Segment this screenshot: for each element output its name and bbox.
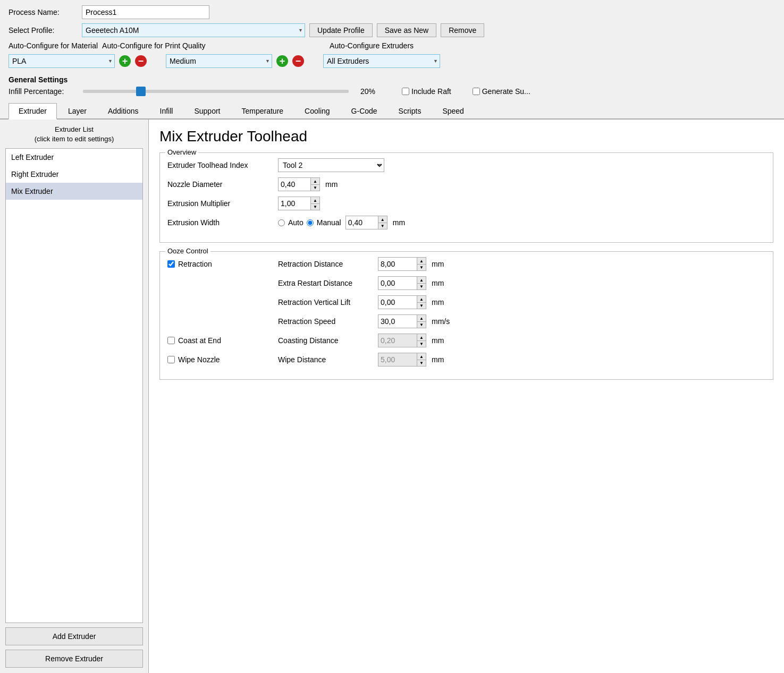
extruder-config-select[interactable]: All Extruders — [323, 54, 440, 68]
extra-restart-input[interactable] — [378, 277, 417, 289]
extrusion-width-radio-group: Auto Manual — [278, 218, 341, 227]
remove-material-button[interactable]: − — [135, 55, 147, 67]
tab-layer[interactable]: Layer — [58, 103, 97, 118]
multiplier-up-btn[interactable]: ▲ — [311, 197, 319, 203]
vert-lift-unit: mm — [432, 298, 444, 306]
profile-select-wrapper: Geeetech A10M — [82, 23, 305, 37]
extrusion-width-up-btn[interactable]: ▲ — [378, 216, 387, 223]
nozzle-diameter-input[interactable] — [279, 178, 310, 191]
material-select-wrapper: PLA — [9, 54, 115, 68]
toolhead-index-row: Extruder Toolhead Index Tool 2 — [167, 158, 765, 172]
nozzle-up-btn[interactable]: ▲ — [311, 178, 319, 184]
retraction-distance-spinbox: ▲ ▼ — [378, 257, 426, 271]
tab-speed[interactable]: Speed — [432, 103, 474, 118]
wipe-checkbox-label[interactable]: Wipe Nozzle — [167, 355, 274, 364]
tabs-bar: Extruder Layer Additions Infill Support … — [0, 103, 784, 120]
tab-temperature[interactable]: Temperature — [232, 103, 294, 118]
vert-lift-row: Retraction Vertical Lift ▲ ▼ mm — [167, 295, 765, 309]
vert-lift-spinbox: ▲ ▼ — [378, 295, 426, 309]
save-as-new-button[interactable]: Save as New — [377, 23, 436, 37]
wipe-checkbox[interactable] — [167, 356, 175, 363]
extrusion-width-manual-radio[interactable] — [307, 219, 314, 226]
quality-select-wrapper: Medium — [166, 54, 272, 68]
extrusion-width-input[interactable] — [346, 216, 378, 229]
infill-row: Infill Percentage: 20% Include Raft Gene… — [9, 87, 775, 96]
tab-support[interactable]: Support — [184, 103, 230, 118]
tab-additions[interactable]: Additions — [98, 103, 149, 118]
add-material-button[interactable]: + — [119, 55, 131, 67]
tab-gcode[interactable]: G-Code — [341, 103, 387, 118]
quality-select[interactable]: Medium — [166, 54, 272, 68]
extra-restart-label: Extra Restart Distance — [278, 279, 374, 287]
add-extruder-button[interactable]: Add Extruder — [5, 627, 143, 645]
extrusion-width-auto-label: Auto — [288, 218, 304, 227]
nozzle-diameter-spinbox: ▲ ▼ — [278, 177, 320, 191]
wipe-distance-spinbox: ▲ ▼ — [378, 353, 426, 367]
main-content: Extruder List (click item to edit settin… — [0, 120, 784, 673]
multiplier-down-btn[interactable]: ▼ — [311, 203, 319, 210]
include-raft-checkbox[interactable] — [402, 88, 409, 95]
retraction-checkbox[interactable] — [167, 260, 175, 268]
tab-cooling[interactable]: Cooling — [294, 103, 340, 118]
generate-support-checkbox[interactable] — [473, 88, 480, 95]
extrusion-multiplier-input[interactable] — [279, 197, 310, 210]
generate-support-label[interactable]: Generate Su... — [473, 87, 530, 96]
remove-extruder-button[interactable]: Remove Extruder — [5, 650, 143, 668]
coasting-distance-input[interactable] — [378, 334, 417, 347]
extrusion-multiplier-label: Extrusion Multiplier — [167, 199, 274, 208]
extra-restart-spinbox: ▲ ▼ — [378, 276, 426, 290]
wipe-distance-input[interactable] — [378, 353, 417, 366]
coasting-distance-down-btn[interactable]: ▼ — [417, 340, 426, 347]
retraction-checkbox-label[interactable]: Retraction — [167, 260, 274, 268]
extrusion-multiplier-row: Extrusion Multiplier ▲ ▼ — [167, 197, 765, 210]
retraction-speed-row: Retraction Speed ▲ ▼ mm/s — [167, 314, 765, 328]
retraction-speed-down-btn[interactable]: ▼ — [417, 321, 426, 328]
auto-quality-section: Auto-Configure for Print Quality — [102, 41, 325, 50]
extrusion-width-auto-radio[interactable] — [278, 219, 285, 226]
nozzle-unit: mm — [325, 180, 338, 189]
retraction-label: Retraction — [178, 260, 212, 268]
remove-button[interactable]: Remove — [441, 23, 484, 37]
extrusion-width-down-btn[interactable]: ▼ — [378, 223, 387, 229]
dropdowns-row: PLA + − Medium + − All Extruders — [9, 54, 775, 68]
retraction-row: Retraction Retraction Distance ▲ ▼ mm — [167, 257, 765, 271]
extruder-item-mix[interactable]: Mix Extruder — [6, 183, 142, 200]
retraction-distance-unit: mm — [432, 260, 444, 268]
extruder-item-right[interactable]: Right Extruder — [6, 166, 142, 183]
retraction-speed-input[interactable] — [378, 315, 417, 328]
toolhead-index-select[interactable]: Tool 2 — [278, 158, 384, 172]
tab-scripts[interactable]: Scripts — [389, 103, 432, 118]
wipe-distance-down-btn[interactable]: ▼ — [417, 360, 426, 366]
coast-checkbox[interactable] — [167, 337, 175, 344]
update-profile-button[interactable]: Update Profile — [309, 23, 373, 37]
extrusion-width-spinbox: ▲ ▼ — [345, 216, 387, 229]
overview-section: Overview Extruder Toolhead Index Tool 2 … — [159, 152, 773, 243]
vert-lift-down-btn[interactable]: ▼ — [417, 302, 426, 309]
profile-select[interactable]: Geeetech A10M — [82, 23, 305, 37]
extra-restart-up-btn[interactable]: ▲ — [417, 277, 426, 283]
nozzle-down-btn[interactable]: ▼ — [311, 184, 319, 191]
coasting-distance-up-btn[interactable]: ▲ — [417, 334, 426, 340]
wipe-label: Wipe Nozzle — [178, 355, 220, 364]
coast-checkbox-label[interactable]: Coast at End — [167, 336, 274, 345]
retraction-speed-up-btn[interactable]: ▲ — [417, 315, 426, 321]
retraction-distance-input[interactable] — [378, 258, 417, 270]
remove-quality-button[interactable]: − — [292, 55, 304, 67]
retraction-distance-down-btn[interactable]: ▼ — [417, 264, 426, 270]
include-raft-label[interactable]: Include Raft — [402, 87, 451, 96]
extra-restart-down-btn[interactable]: ▼ — [417, 283, 426, 289]
retraction-distance-up-btn[interactable]: ▲ — [417, 258, 426, 264]
coast-label: Coast at End — [178, 336, 221, 345]
tab-infill[interactable]: Infill — [150, 103, 183, 118]
infill-slider-thumb[interactable] — [136, 87, 146, 96]
tab-extruder[interactable]: Extruder — [9, 103, 57, 120]
process-name-input[interactable] — [82, 5, 209, 19]
vert-lift-input[interactable] — [378, 296, 417, 309]
vert-lift-up-btn[interactable]: ▲ — [417, 296, 426, 302]
wipe-distance-up-btn[interactable]: ▲ — [417, 353, 426, 360]
extruder-item-left[interactable]: Left Extruder — [6, 149, 142, 166]
add-quality-button[interactable]: + — [276, 55, 288, 67]
material-select[interactable]: PLA — [9, 54, 115, 68]
nozzle-diameter-label: Nozzle Diameter — [167, 180, 274, 189]
retraction-speed-unit: mm/s — [432, 317, 450, 326]
